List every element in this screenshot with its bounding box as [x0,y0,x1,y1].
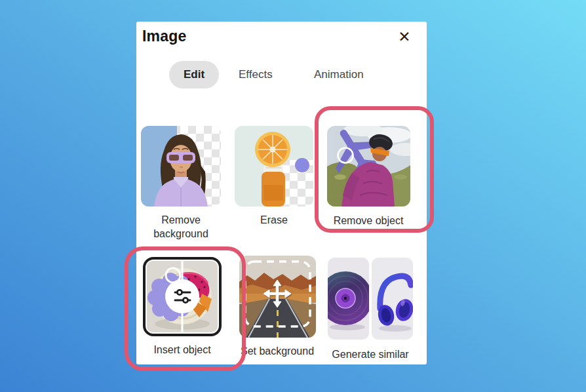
tool-erase[interactable] [235,126,313,206]
close-button[interactable]: ✕ [395,27,414,47]
insert-object-thumbnail [143,257,222,336]
tab-edit[interactable]: Edit [169,61,219,88]
tool-generate-similar[interactable] [328,258,413,340]
eraser-dot-icon [295,158,309,172]
remove-object-thumbnail [327,126,410,206]
tab-effects[interactable]: Effects [236,61,275,88]
tool-remove-background[interactable] [141,126,221,206]
tool-label-set-background: Set background [231,344,323,358]
tool-label-remove-object: Remove object [322,214,414,227]
tab-bar: Edit Effects Animation [136,61,427,88]
panel-title: Image [142,28,186,45]
erase-thumbnail [235,126,313,206]
image-panel: Image ✕ Edit Effects Animation [136,22,427,364]
tool-label-insert-object: Insert object [136,343,228,357]
tool-set-background[interactable] [239,256,316,338]
tool-label-erase: Erase [228,213,320,227]
tool-insert-object[interactable] [143,257,222,336]
desktop-background: { "window": { "title": "Image" }, "icons… [0,0,586,392]
tool-remove-object[interactable] [327,126,410,206]
tab-animation[interactable]: Animation [311,61,366,88]
generate-similar-thumbnail [328,258,413,340]
set-background-thumbnail [239,256,316,338]
headphones-image [372,258,413,340]
vinyl-record-image [328,258,372,340]
tool-label-generate-similar: Generate similar [318,347,423,361]
tool-label-remove-background: Remove background [141,213,221,241]
remove-background-thumbnail [141,126,221,206]
close-icon: ✕ [398,28,410,45]
